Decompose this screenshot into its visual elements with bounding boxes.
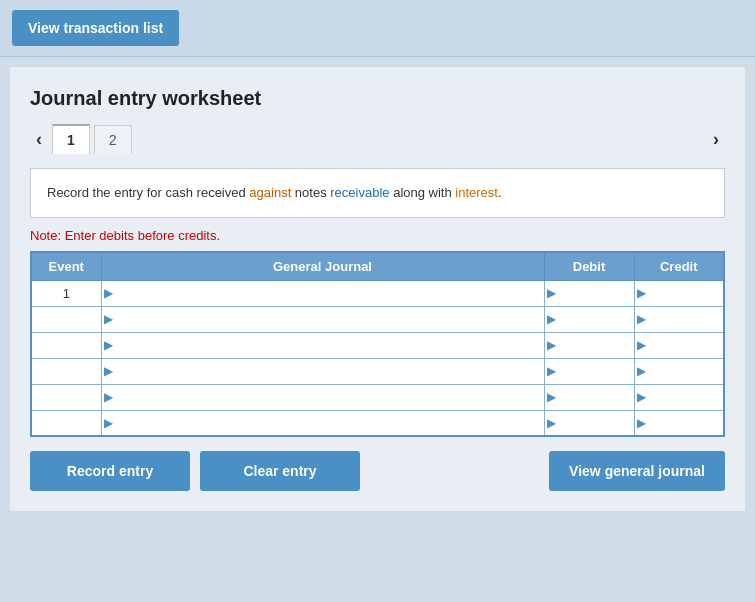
arrow-icon-debit-0: ▶ xyxy=(545,286,556,300)
arrow-icon-debit-3: ▶ xyxy=(545,364,556,378)
arrow-icon-credit-0: ▶ xyxy=(635,286,646,300)
instruction-part4: . xyxy=(498,185,502,200)
instruction-part1: Record the entry for cash received xyxy=(47,185,249,200)
instruction-part3: along with xyxy=(390,185,456,200)
arrow-icon-credit-2: ▶ xyxy=(635,338,646,352)
table-row-event-2 xyxy=(31,332,101,358)
debit-input-4[interactable] xyxy=(556,388,634,407)
top-bar: View transaction list xyxy=(0,0,755,57)
arrow-icon-credit-3: ▶ xyxy=(635,364,646,378)
table-row-journal-2[interactable]: ▶ xyxy=(101,332,544,358)
arrow-icon-journal-4: ▶ xyxy=(102,390,113,404)
col-header-event: Event xyxy=(31,252,101,281)
table-row-credit-0[interactable]: ▶ xyxy=(634,280,724,306)
next-tab-button[interactable]: › xyxy=(707,127,725,152)
main-content: Journal entry worksheet ‹ 1 2 › Record t… xyxy=(10,67,745,511)
debit-input-1[interactable] xyxy=(556,310,634,329)
credit-input-1[interactable] xyxy=(646,310,724,329)
table-row-debit-3[interactable]: ▶ xyxy=(544,358,634,384)
journal-input-5[interactable] xyxy=(113,413,544,432)
table-row-event-4 xyxy=(31,384,101,410)
instruction-against: against xyxy=(249,185,291,200)
table-row-debit-2[interactable]: ▶ xyxy=(544,332,634,358)
credit-input-3[interactable] xyxy=(646,362,724,381)
record-entry-button[interactable]: Record entry xyxy=(30,451,190,491)
arrow-icon-debit-2: ▶ xyxy=(545,338,556,352)
table-row-event-3 xyxy=(31,358,101,384)
debit-input-5[interactable] xyxy=(556,413,634,432)
tab-2[interactable]: 2 xyxy=(94,125,132,154)
journal-input-4[interactable] xyxy=(113,388,544,407)
arrow-icon-journal-3: ▶ xyxy=(102,364,113,378)
table-row-credit-1[interactable]: ▶ xyxy=(634,306,724,332)
debit-input-3[interactable] xyxy=(556,362,634,381)
credit-input-4[interactable] xyxy=(646,388,724,407)
debit-input-0[interactable] xyxy=(556,284,634,303)
table-row-journal-3[interactable]: ▶ xyxy=(101,358,544,384)
table-row-credit-5[interactable]: ▶ xyxy=(634,410,724,436)
arrow-icon-credit-1: ▶ xyxy=(635,312,646,326)
table-row-debit-5[interactable]: ▶ xyxy=(544,410,634,436)
instruction-text: Record the entry for cash received again… xyxy=(47,185,502,200)
prev-tab-button[interactable]: ‹ xyxy=(30,127,48,152)
arrow-icon-journal-1: ▶ xyxy=(102,312,113,326)
arrow-icon-debit-5: ▶ xyxy=(545,416,556,430)
journal-input-1[interactable] xyxy=(113,310,544,329)
col-header-credit: Credit xyxy=(634,252,724,281)
view-general-journal-button[interactable]: View general journal xyxy=(549,451,725,491)
table-row-journal-4[interactable]: ▶ xyxy=(101,384,544,410)
tabs-navigation: ‹ 1 2 › xyxy=(30,124,725,154)
credit-input-0[interactable] xyxy=(646,284,724,303)
clear-entry-button[interactable]: Clear entry xyxy=(200,451,360,491)
bottom-buttons: Record entry Clear entry View general jo… xyxy=(30,451,725,491)
table-row-journal-1[interactable]: ▶ xyxy=(101,306,544,332)
arrow-icon-journal-5: ▶ xyxy=(102,416,113,430)
table-row-credit-2[interactable]: ▶ xyxy=(634,332,724,358)
table-row-credit-4[interactable]: ▶ xyxy=(634,384,724,410)
instruction-box: Record the entry for cash received again… xyxy=(30,168,725,218)
col-header-debit: Debit xyxy=(544,252,634,281)
table-row-debit-0[interactable]: ▶ xyxy=(544,280,634,306)
journal-input-3[interactable] xyxy=(113,362,544,381)
arrow-icon-credit-4: ▶ xyxy=(635,390,646,404)
journal-input-0[interactable] xyxy=(113,284,544,303)
table-row-debit-4[interactable]: ▶ xyxy=(544,384,634,410)
table-row-event-1 xyxy=(31,306,101,332)
table-row-event-0: 1 xyxy=(31,280,101,306)
journal-table: Event General Journal Debit Credit 1▶▶▶▶… xyxy=(30,251,725,438)
arrow-icon-journal-0: ▶ xyxy=(102,286,113,300)
table-row-journal-5[interactable]: ▶ xyxy=(101,410,544,436)
instruction-notes: receivable xyxy=(330,185,389,200)
note-text: Note: Enter debits before credits. xyxy=(30,228,725,243)
debit-input-2[interactable] xyxy=(556,336,634,355)
credit-input-2[interactable] xyxy=(646,336,724,355)
journal-input-2[interactable] xyxy=(113,336,544,355)
instruction-part2: notes xyxy=(291,185,330,200)
table-row-journal-0[interactable]: ▶ xyxy=(101,280,544,306)
tab-1[interactable]: 1 xyxy=(52,124,90,154)
instruction-interest: interest xyxy=(455,185,498,200)
arrow-icon-debit-1: ▶ xyxy=(545,312,556,326)
view-transaction-button[interactable]: View transaction list xyxy=(12,10,179,46)
table-row-debit-1[interactable]: ▶ xyxy=(544,306,634,332)
arrow-icon-journal-2: ▶ xyxy=(102,338,113,352)
col-header-general-journal: General Journal xyxy=(101,252,544,281)
arrow-icon-debit-4: ▶ xyxy=(545,390,556,404)
table-row-event-5 xyxy=(31,410,101,436)
table-row-credit-3[interactable]: ▶ xyxy=(634,358,724,384)
credit-input-5[interactable] xyxy=(646,413,724,432)
worksheet-title: Journal entry worksheet xyxy=(30,87,725,110)
arrow-icon-credit-5: ▶ xyxy=(635,416,646,430)
